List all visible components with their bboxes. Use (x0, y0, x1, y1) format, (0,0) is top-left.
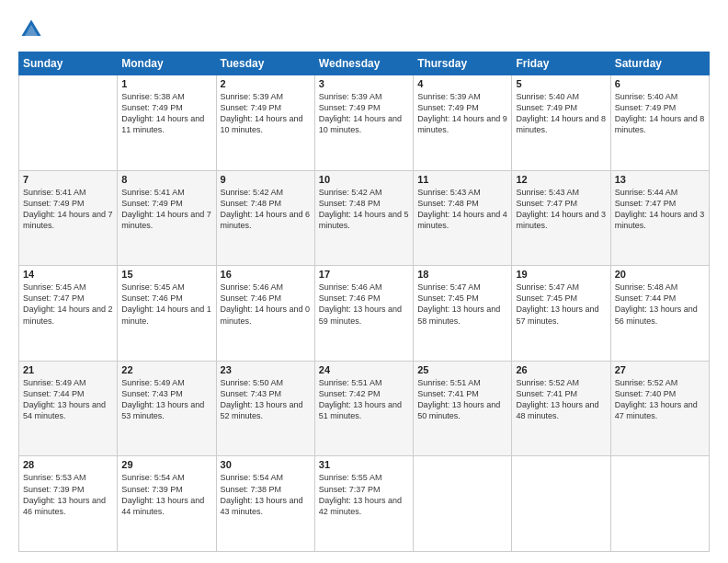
calendar-cell: 26Sunrise: 5:52 AMSunset: 7:41 PMDayligh… (512, 361, 610, 456)
day-number: 1 (121, 78, 211, 89)
cell-details: Sunrise: 5:51 AMSunset: 7:42 PMDaylight:… (319, 377, 409, 422)
day-number: 4 (417, 78, 507, 89)
cell-details: Sunrise: 5:52 AMSunset: 7:40 PMDaylight:… (615, 377, 705, 422)
cell-details: Sunrise: 5:45 AMSunset: 7:47 PMDaylight:… (23, 282, 113, 327)
day-number: 20 (615, 269, 705, 280)
day-number: 9 (221, 174, 311, 185)
cell-details: Sunrise: 5:41 AMSunset: 7:49 PMDaylight:… (121, 187, 211, 232)
day-number: 23 (221, 364, 311, 375)
calendar-cell: 9Sunrise: 5:42 AMSunset: 7:48 PMDaylight… (216, 170, 314, 266)
calendar-cell: 29Sunrise: 5:54 AMSunset: 7:39 PMDayligh… (118, 456, 216, 552)
day-number: 31 (319, 459, 409, 470)
cell-details: Sunrise: 5:41 AMSunset: 7:49 PMDaylight:… (23, 187, 113, 232)
weekday-header-row: SundayMondayTuesdayWednesdayThursdayFrid… (19, 52, 710, 75)
logo (18, 17, 48, 42)
weekday-sunday: Sunday (19, 52, 118, 75)
weekday-thursday: Thursday (414, 52, 512, 75)
calendar-cell: 24Sunrise: 5:51 AMSunset: 7:42 PMDayligh… (314, 361, 413, 456)
cell-details: Sunrise: 5:43 AMSunset: 7:48 PMDaylight:… (417, 187, 507, 232)
calendar-cell (512, 456, 610, 552)
calendar-cell: 20Sunrise: 5:48 AMSunset: 7:44 PMDayligh… (610, 266, 709, 362)
cell-details: Sunrise: 5:50 AMSunset: 7:43 PMDaylight:… (221, 377, 311, 422)
day-number: 13 (615, 174, 705, 185)
cell-details: Sunrise: 5:42 AMSunset: 7:48 PMDaylight:… (221, 187, 311, 232)
calendar-cell: 13Sunrise: 5:44 AMSunset: 7:47 PMDayligh… (610, 170, 709, 266)
calendar-cell: 1Sunrise: 5:38 AMSunset: 7:49 PMDaylight… (118, 75, 216, 171)
calendar-week-3: 14Sunrise: 5:45 AMSunset: 7:47 PMDayligh… (19, 266, 710, 362)
day-number: 3 (319, 78, 409, 89)
calendar-cell (610, 456, 709, 552)
day-number: 10 (319, 174, 409, 185)
calendar-cell: 27Sunrise: 5:52 AMSunset: 7:40 PMDayligh… (610, 361, 709, 456)
day-number: 5 (516, 78, 606, 89)
calendar-cell: 23Sunrise: 5:50 AMSunset: 7:43 PMDayligh… (216, 361, 314, 456)
cell-details: Sunrise: 5:46 AMSunset: 7:46 PMDaylight:… (221, 282, 311, 327)
calendar-cell (414, 456, 512, 552)
day-number: 6 (615, 78, 705, 89)
cell-details: Sunrise: 5:55 AMSunset: 7:37 PMDaylight:… (319, 472, 409, 517)
weekday-tuesday: Tuesday (216, 52, 314, 75)
day-number: 2 (221, 78, 311, 89)
calendar-cell: 16Sunrise: 5:46 AMSunset: 7:46 PMDayligh… (216, 266, 314, 362)
calendar-cell: 6Sunrise: 5:40 AMSunset: 7:49 PMDaylight… (610, 75, 709, 171)
calendar-cell: 12Sunrise: 5:43 AMSunset: 7:47 PMDayligh… (512, 170, 610, 266)
cell-details: Sunrise: 5:44 AMSunset: 7:47 PMDaylight:… (615, 187, 705, 232)
calendar-cell: 15Sunrise: 5:45 AMSunset: 7:46 PMDayligh… (118, 266, 216, 362)
day-number: 24 (319, 364, 409, 375)
cell-details: Sunrise: 5:47 AMSunset: 7:45 PMDaylight:… (417, 282, 507, 327)
cell-details: Sunrise: 5:40 AMSunset: 7:49 PMDaylight:… (615, 91, 705, 136)
calendar-cell: 10Sunrise: 5:42 AMSunset: 7:48 PMDayligh… (314, 170, 413, 266)
calendar-week-2: 7Sunrise: 5:41 AMSunset: 7:49 PMDaylight… (19, 170, 710, 266)
weekday-friday: Friday (512, 52, 610, 75)
cell-details: Sunrise: 5:52 AMSunset: 7:41 PMDaylight:… (516, 377, 606, 422)
weekday-saturday: Saturday (610, 52, 709, 75)
day-number: 16 (221, 269, 311, 280)
calendar-week-5: 28Sunrise: 5:53 AMSunset: 7:39 PMDayligh… (19, 456, 710, 552)
calendar-cell: 11Sunrise: 5:43 AMSunset: 7:48 PMDayligh… (414, 170, 512, 266)
weekday-wednesday: Wednesday (314, 52, 413, 75)
calendar-cell: 2Sunrise: 5:39 AMSunset: 7:49 PMDaylight… (216, 75, 314, 171)
cell-details: Sunrise: 5:46 AMSunset: 7:46 PMDaylight:… (319, 282, 409, 327)
cell-details: Sunrise: 5:54 AMSunset: 7:38 PMDaylight:… (221, 472, 311, 517)
day-number: 28 (23, 459, 113, 470)
cell-details: Sunrise: 5:39 AMSunset: 7:49 PMDaylight:… (221, 91, 311, 136)
calendar-cell: 19Sunrise: 5:47 AMSunset: 7:45 PMDayligh… (512, 266, 610, 362)
day-number: 7 (23, 174, 113, 185)
cell-details: Sunrise: 5:39 AMSunset: 7:49 PMDaylight:… (319, 91, 409, 136)
calendar-cell: 17Sunrise: 5:46 AMSunset: 7:46 PMDayligh… (314, 266, 413, 362)
day-number: 22 (121, 364, 211, 375)
day-number: 29 (121, 459, 211, 470)
calendar-cell: 8Sunrise: 5:41 AMSunset: 7:49 PMDaylight… (118, 170, 216, 266)
calendar-cell: 31Sunrise: 5:55 AMSunset: 7:37 PMDayligh… (314, 456, 413, 552)
logo-icon (18, 17, 44, 42)
day-number: 27 (615, 364, 705, 375)
day-number: 11 (417, 174, 507, 185)
cell-details: Sunrise: 5:54 AMSunset: 7:39 PMDaylight:… (121, 472, 211, 517)
calendar-cell: 25Sunrise: 5:51 AMSunset: 7:41 PMDayligh… (414, 361, 512, 456)
day-number: 12 (516, 174, 606, 185)
calendar-cell: 22Sunrise: 5:49 AMSunset: 7:43 PMDayligh… (118, 361, 216, 456)
cell-details: Sunrise: 5:47 AMSunset: 7:45 PMDaylight:… (516, 282, 606, 327)
header (18, 17, 710, 42)
page: SundayMondayTuesdayWednesdayThursdayFrid… (0, 0, 728, 563)
calendar-cell: 7Sunrise: 5:41 AMSunset: 7:49 PMDaylight… (19, 170, 118, 266)
cell-details: Sunrise: 5:40 AMSunset: 7:49 PMDaylight:… (516, 91, 606, 136)
cell-details: Sunrise: 5:49 AMSunset: 7:44 PMDaylight:… (23, 377, 113, 422)
calendar-cell: 30Sunrise: 5:54 AMSunset: 7:38 PMDayligh… (216, 456, 314, 552)
cell-details: Sunrise: 5:39 AMSunset: 7:49 PMDaylight:… (417, 91, 507, 136)
calendar-cell: 5Sunrise: 5:40 AMSunset: 7:49 PMDaylight… (512, 75, 610, 171)
cell-details: Sunrise: 5:51 AMSunset: 7:41 PMDaylight:… (417, 377, 507, 422)
calendar-cell: 21Sunrise: 5:49 AMSunset: 7:44 PMDayligh… (19, 361, 118, 456)
day-number: 30 (221, 459, 311, 470)
day-number: 18 (417, 269, 507, 280)
cell-details: Sunrise: 5:43 AMSunset: 7:47 PMDaylight:… (516, 187, 606, 232)
calendar-cell: 3Sunrise: 5:39 AMSunset: 7:49 PMDaylight… (314, 75, 413, 171)
cell-details: Sunrise: 5:53 AMSunset: 7:39 PMDaylight:… (23, 472, 113, 517)
day-number: 25 (417, 364, 507, 375)
day-number: 19 (516, 269, 606, 280)
calendar-cell: 4Sunrise: 5:39 AMSunset: 7:49 PMDaylight… (414, 75, 512, 171)
calendar-cell: 14Sunrise: 5:45 AMSunset: 7:47 PMDayligh… (19, 266, 118, 362)
cell-details: Sunrise: 5:38 AMSunset: 7:49 PMDaylight:… (121, 91, 211, 136)
calendar-table: SundayMondayTuesdayWednesdayThursdayFrid… (18, 52, 710, 552)
day-number: 21 (23, 364, 113, 375)
